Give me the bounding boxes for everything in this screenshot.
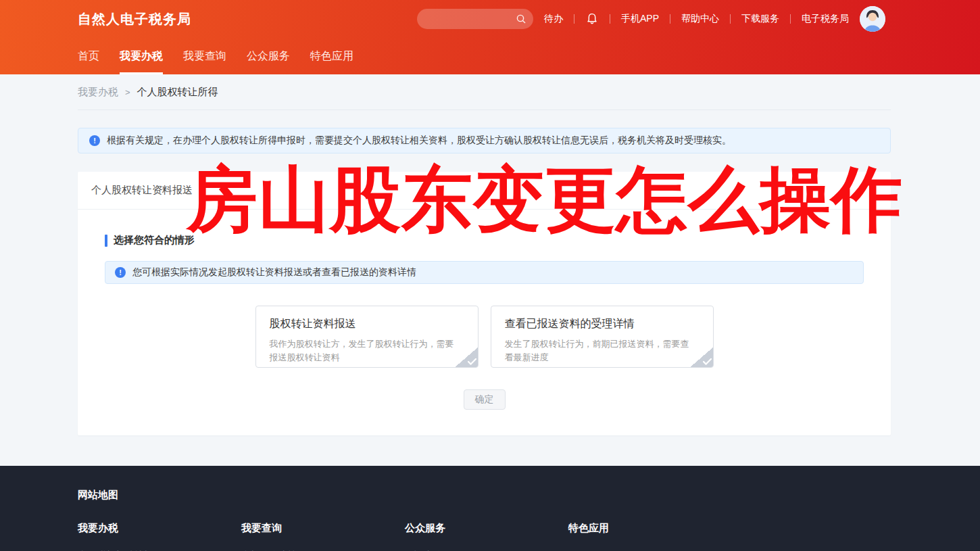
option-card-submit-materials[interactable]: 股权转让资料报送 我作为股权转让方，发生了股权转让行为，需要报送股权转让资料 <box>255 306 479 368</box>
footer-col-tax-handling: 我要办税 专项附加扣除填报 <box>78 522 241 551</box>
help-center-link[interactable]: 帮助中心 <box>681 13 719 25</box>
divider <box>610 14 610 24</box>
option-description: 我作为股权转让方，发生了股权转让行为，需要报送股权转让资料 <box>270 337 464 364</box>
footer-col-heading: 我要查询 <box>241 522 405 535</box>
page-content: 我要办税 > 个人股权转让所得 ! 根据有关规定，在办理个人股权转让所得申报时，… <box>78 74 891 435</box>
header-search[interactable] <box>417 9 533 29</box>
breadcrumb-current: 个人股权转让所得 <box>137 86 218 99</box>
notice-banner: ! 根据有关规定，在办理个人股权转让所得申报时，需要提交个人股权转让相关资料，股… <box>78 128 891 153</box>
app-header: 自然人电子税务局 待办 手机APP 帮助中心 下载服务 电子税务局 <box>0 0 980 74</box>
notice-text: 根据有关规定，在办理个人股权转让所得申报时，需要提交个人股权转让相关资料，股权受… <box>107 135 731 147</box>
divider <box>790 14 791 24</box>
divider <box>574 14 574 24</box>
info-icon: ! <box>89 135 100 146</box>
options-row: 股权转让资料报送 我作为股权转让方，发生了股权转让行为，需要报送股权转让资料 查… <box>105 306 864 368</box>
nav-featured-apps[interactable]: 特色应用 <box>310 38 353 74</box>
footer-columns: 我要办税 专项附加扣除填报 我要查询 申报信息查询 公众服务 票证查验 特色应用 <box>78 522 980 551</box>
breadcrumb: 我要办税 > 个人股权转让所得 <box>78 74 891 110</box>
app-footer: 网站地图 我要办税 专项附加扣除填报 我要查询 申报信息查询 公众服务 票证查验… <box>0 466 980 551</box>
todo-link[interactable]: 待办 <box>544 13 563 25</box>
footer-col-featured-apps: 特色应用 <box>568 522 732 551</box>
footer-col-public-service: 公众服务 票证查验 <box>405 522 568 551</box>
footer-col-heading: 公众服务 <box>405 522 568 535</box>
etax-bureau-link[interactable]: 电子税务局 <box>802 13 849 25</box>
app-logo: 自然人电子税务局 <box>78 10 191 28</box>
option-description: 发生了股权转让行为，前期已报送资料，需要查看最新进度 <box>505 337 700 364</box>
header-top: 自然人电子税务局 待办 手机APP 帮助中心 下载服务 电子税务局 <box>0 0 980 38</box>
breadcrumb-separator-icon: > <box>125 87 130 97</box>
watermark-overlay-text: 房山股东变更怎么操作 <box>187 162 903 237</box>
section-label: 选择您符合的情形 <box>114 234 195 247</box>
mobile-app-link[interactable]: 手机APP <box>621 13 659 25</box>
bell-icon[interactable] <box>585 12 599 26</box>
divider <box>670 14 670 24</box>
download-service-link[interactable]: 下载服务 <box>741 13 779 25</box>
footer-col-heading: 我要办税 <box>78 522 241 535</box>
avatar[interactable] <box>860 6 885 32</box>
confirm-button[interactable]: 确定 <box>464 389 506 410</box>
option-title: 查看已报送资料的受理详情 <box>505 317 700 331</box>
nav-inquiry[interactable]: 我要查询 <box>183 38 226 74</box>
footer-col-heading: 特色应用 <box>568 522 732 535</box>
corner-check-icon <box>454 347 479 368</box>
divider <box>730 14 731 24</box>
nav-home[interactable]: 首页 <box>78 38 99 74</box>
hint-text: 您可根据实际情况发起股权转让资料报送或者查看已报送的资料详情 <box>132 266 416 279</box>
nav-tax-handling[interactable]: 我要办税 <box>120 38 163 74</box>
search-input[interactable] <box>426 14 516 24</box>
option-title: 股权转让资料报送 <box>270 317 464 331</box>
panel-body: 选择您符合的情形 ! 您可根据实际情况发起股权转让资料报送或者查看已报送的资料详… <box>78 234 891 410</box>
option-card-view-progress[interactable]: 查看已报送资料的受理详情 发生了股权转让行为，前期已报送资料，需要查看最新进度 <box>491 306 714 368</box>
info-icon: ! <box>115 267 126 278</box>
corner-check-icon <box>689 347 714 368</box>
breadcrumb-parent[interactable]: 我要办税 <box>78 86 118 99</box>
header-utilities: 待办 手机APP 帮助中心 下载服务 电子税务局 <box>417 6 885 32</box>
main-nav: 首页 我要办税 我要查询 公众服务 特色应用 <box>0 38 980 74</box>
section-bar-icon <box>105 235 107 247</box>
sitemap-title: 网站地图 <box>78 489 980 502</box>
nav-public-service[interactable]: 公众服务 <box>247 38 290 74</box>
avatar-person-icon <box>860 6 885 32</box>
search-icon[interactable] <box>516 14 526 24</box>
footer-col-inquiry: 我要查询 申报信息查询 <box>241 522 405 551</box>
hint-banner: ! 您可根据实际情况发起股权转让资料报送或者查看已报送的资料详情 <box>105 261 864 284</box>
